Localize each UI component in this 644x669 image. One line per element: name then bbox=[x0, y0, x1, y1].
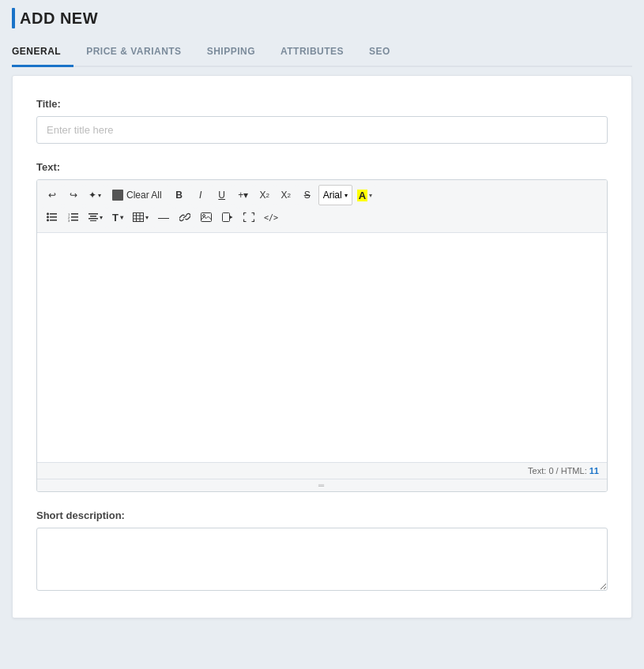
tab-shipping[interactable]: SHIPPING bbox=[194, 38, 268, 67]
editor-body[interactable] bbox=[37, 233, 607, 462]
bold-button[interactable]: B bbox=[169, 185, 190, 205]
svg-rect-15 bbox=[90, 220, 96, 221]
italic-button[interactable]: I bbox=[190, 185, 211, 205]
svg-line-21 bbox=[183, 216, 186, 218]
unordered-list-button[interactable] bbox=[42, 207, 62, 227]
svg-rect-2 bbox=[50, 220, 57, 221]
tabs-bar: GENERAL PRICE & VARIANTS SHIPPING ATTRIB… bbox=[12, 38, 632, 67]
paragraph-format-button[interactable]: T bbox=[107, 207, 128, 227]
insert-button[interactable]: +▾ bbox=[233, 185, 254, 205]
svg-point-23 bbox=[203, 215, 205, 217]
clear-all-button[interactable]: Clear All bbox=[106, 185, 168, 205]
title-field-wrapper: Title: bbox=[36, 98, 608, 144]
toolbar-row-1: ↩ ↪ ✦ Clear All B I bbox=[42, 185, 602, 205]
title-accent bbox=[12, 8, 15, 28]
font-selector[interactable]: Arial bbox=[318, 185, 352, 205]
subscript-button[interactable]: X2 bbox=[276, 185, 296, 205]
highlight-button[interactable]: A ▾ bbox=[353, 185, 376, 205]
content-card: Title: Text: ↩ ↪ ✦ bbox=[12, 75, 632, 618]
undo-button[interactable]: ↩ bbox=[42, 185, 62, 205]
svg-rect-6 bbox=[71, 213, 78, 215]
svg-rect-24 bbox=[223, 213, 230, 222]
strikethrough-button[interactable]: S bbox=[297, 185, 318, 205]
hr-button[interactable]: — bbox=[153, 207, 174, 227]
svg-rect-0 bbox=[50, 213, 57, 215]
tab-general[interactable]: GENERAL bbox=[12, 38, 73, 67]
svg-rect-13 bbox=[90, 216, 96, 217]
svg-marker-25 bbox=[230, 216, 233, 219]
title-label: Title: bbox=[36, 98, 608, 110]
image-button[interactable] bbox=[196, 207, 217, 227]
svg-point-3 bbox=[47, 212, 49, 215]
svg-rect-8 bbox=[71, 220, 78, 221]
align-button[interactable] bbox=[85, 207, 107, 227]
statusbar-text: Text: 0 / HTML: bbox=[528, 466, 589, 475]
title-input[interactable] bbox=[36, 116, 608, 144]
magic-button[interactable]: ✦ bbox=[85, 185, 105, 205]
tab-seo[interactable]: SEO bbox=[356, 38, 403, 67]
page-wrapper: ADD NEW GENERAL PRICE & VARIANTS SHIPPIN… bbox=[0, 0, 644, 669]
underline-button[interactable]: U bbox=[212, 185, 232, 205]
clear-all-label: Clear All bbox=[126, 190, 162, 201]
fullscreen-button[interactable] bbox=[239, 207, 259, 227]
svg-rect-14 bbox=[89, 218, 98, 220]
svg-text:3: 3 bbox=[68, 219, 70, 223]
svg-rect-22 bbox=[201, 213, 212, 222]
text-label: Text: bbox=[36, 161, 608, 173]
table-button[interactable] bbox=[129, 207, 153, 227]
html-count: 11 bbox=[589, 466, 599, 475]
editor-toolbar: ↩ ↪ ✦ Clear All B I bbox=[37, 180, 607, 233]
svg-point-4 bbox=[47, 216, 49, 218]
source-code-button[interactable]: </> bbox=[260, 207, 282, 227]
font-name: Arial bbox=[323, 190, 342, 201]
text-section: Text: ↩ ↪ ✦ Clear All bbox=[36, 161, 608, 492]
rich-text-editor: ↩ ↪ ✦ Clear All B I bbox=[36, 179, 608, 492]
video-button[interactable] bbox=[217, 207, 238, 227]
svg-point-5 bbox=[47, 219, 49, 221]
page-title: ADD NEW bbox=[20, 9, 98, 28]
short-description-label: Short description: bbox=[36, 509, 608, 521]
highlight-arrow: ▾ bbox=[369, 192, 372, 199]
editor-resize-handle[interactable]: ═ bbox=[37, 479, 607, 491]
clear-icon bbox=[112, 190, 123, 201]
short-description-textarea[interactable] bbox=[36, 528, 608, 591]
ordered-list-button[interactable]: 123 bbox=[63, 207, 84, 227]
link-button[interactable] bbox=[175, 207, 195, 227]
tab-price-variants[interactable]: PRICE & VARIANTS bbox=[73, 38, 194, 67]
toolbar-row-2: 123 T — bbox=[42, 207, 602, 227]
svg-rect-16 bbox=[134, 213, 144, 222]
redo-button[interactable]: ↪ bbox=[63, 185, 84, 205]
svg-rect-7 bbox=[71, 216, 78, 218]
superscript-button[interactable]: X2 bbox=[254, 185, 275, 205]
short-description-section: Short description: bbox=[36, 509, 608, 594]
tab-attributes[interactable]: ATTRIBUTES bbox=[268, 38, 356, 67]
svg-rect-1 bbox=[50, 216, 57, 218]
highlight-a-label: A bbox=[357, 190, 367, 201]
svg-rect-12 bbox=[89, 213, 98, 215]
editor-statusbar: Text: 0 / HTML: 11 bbox=[37, 462, 607, 479]
page-header: ADD NEW bbox=[12, 8, 632, 28]
